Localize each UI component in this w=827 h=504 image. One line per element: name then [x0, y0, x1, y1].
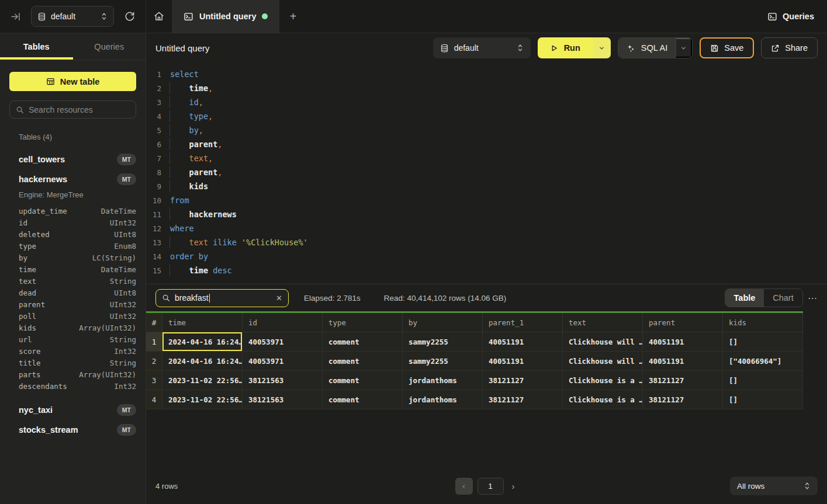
query-database-selector[interactable]: default — [433, 37, 531, 58]
sidebar-search[interactable] — [9, 100, 136, 119]
table-cell[interactable]: comment — [323, 371, 403, 390]
sidebar-tab-tables[interactable]: Tables — [0, 33, 73, 60]
engine-badge: MT — [117, 424, 136, 436]
sql-ai-button[interactable]: SQL AI — [618, 38, 676, 58]
table-cell[interactable]: comment — [323, 390, 403, 409]
table-cell[interactable]: 40051191 — [643, 332, 723, 352]
column-row: timeDateTime — [19, 263, 136, 275]
refresh-icon — [124, 11, 135, 22]
code-line-text: time desc — [169, 266, 232, 275]
save-button[interactable]: Save — [700, 37, 754, 58]
view-toggle-chart[interactable]: Chart — [764, 289, 802, 307]
chevron-down-icon — [680, 45, 687, 51]
code-line: 9 kids — [146, 179, 827, 193]
sql-editor[interactable]: 1select2 time,3 id,4 type,5 by,6 parent,… — [146, 62, 827, 284]
results-search[interactable]: breakfast ✕ — [155, 289, 289, 307]
engine-badge: MT — [117, 154, 136, 165]
topbar-database-value: default — [51, 12, 96, 21]
table-cell[interactable]: 2024-04-16 16:24… — [162, 332, 243, 352]
collapse-sidebar-button[interactable] — [8, 9, 23, 24]
new-tab-button[interactable]: + — [279, 0, 306, 33]
table-cell[interactable]: 38121563 — [243, 371, 323, 390]
code-line-text: hackernews — [169, 210, 237, 219]
more-options-button[interactable]: ⋯ — [808, 293, 818, 304]
table-cell[interactable]: Clickhouse will … — [563, 332, 643, 352]
table-cell[interactable]: 38121127 — [483, 390, 563, 409]
code-line-text: type, — [169, 112, 213, 121]
table-cell[interactable]: Clickhouse will … — [563, 352, 643, 371]
home-icon — [154, 11, 164, 22]
table-cell[interactable]: 40053971 — [243, 352, 323, 371]
database-icon — [37, 12, 46, 21]
code-line-text: kids — [169, 182, 208, 191]
run-label: Run — [564, 43, 580, 53]
results-toolbar: breakfast ✕ Elapsed: 2.781s Read: 40,414… — [146, 284, 827, 311]
column-name: descendants — [19, 382, 67, 391]
line-number: 1 — [146, 70, 161, 79]
table-cell[interactable]: 40051191 — [483, 332, 563, 352]
column-row: textString — [19, 275, 136, 287]
table-cell[interactable]: 38121563 — [243, 390, 323, 409]
engine-label: Engine: MergeTree — [9, 189, 136, 205]
tab-untitled-query[interactable]: Untitled query — [172, 0, 279, 33]
current-page[interactable]: 1 — [477, 478, 504, 495]
queries-button-label: Queries — [783, 12, 814, 21]
row-number-cell: 2 — [146, 352, 162, 371]
sql-ai-options-button[interactable] — [676, 38, 692, 58]
table-item-stocks-stream[interactable]: stocks_stream MT — [9, 420, 136, 440]
topbar-database-selector[interactable]: default — [31, 6, 114, 27]
view-toggle-table[interactable]: Table — [725, 289, 764, 307]
table-cell[interactable]: 2024-04-16 16:24… — [162, 352, 243, 371]
table-item-hackernews[interactable]: hackernews MT — [9, 169, 136, 189]
top-bar: default Untitled query + — [0, 0, 827, 33]
next-page-button[interactable]: › — [508, 481, 518, 491]
run-options-button[interactable] — [593, 37, 611, 58]
code-line: 3 id, — [146, 95, 827, 109]
table-cell[interactable]: 2023-11-02 22:56… — [162, 371, 243, 390]
column-row: partsArray(UInt32) — [19, 369, 136, 380]
prev-page-button[interactable]: ‹ — [455, 478, 473, 495]
results-footer: 4 rows ‹ 1 › All rows — [146, 468, 827, 504]
table-cell[interactable]: 40053971 — [243, 332, 323, 352]
code-line: 11 hackernews — [146, 207, 827, 221]
table-cell[interactable]: 40051191 — [643, 352, 723, 371]
table-cell[interactable]: 38121127 — [643, 371, 723, 390]
table-cell[interactable]: [] — [723, 390, 803, 409]
sidebar-tab-queries[interactable]: Queries — [73, 33, 146, 60]
clear-search-button[interactable]: ✕ — [276, 294, 282, 303]
column-name: by — [19, 253, 27, 262]
sidebar-search-input[interactable] — [29, 105, 130, 114]
table-item-cell-towers[interactable]: cell_towers MT — [9, 150, 136, 169]
unsaved-changes-dot — [262, 13, 268, 19]
rows-per-page-selector[interactable]: All rows — [730, 477, 818, 495]
queries-button[interactable]: Queries — [767, 12, 814, 22]
share-button[interactable]: Share — [761, 37, 818, 58]
table-cell[interactable]: 2023-11-02 22:56… — [162, 390, 243, 409]
text-caret — [209, 294, 210, 303]
table-cell[interactable]: sammy2255 — [403, 332, 483, 352]
table-cell[interactable]: [] — [723, 371, 803, 390]
table-cell[interactable]: [] — [723, 332, 803, 352]
new-table-button[interactable]: New table — [9, 72, 136, 91]
column-header-by: by — [403, 313, 483, 332]
table-cell[interactable]: ["40066964"] — [723, 352, 803, 371]
home-button[interactable] — [146, 0, 172, 33]
table-cell[interactable]: 40051191 — [483, 352, 563, 371]
table-item-nyc-taxi[interactable]: nyc_taxi MT — [9, 400, 136, 420]
main-panel: Untitled query default Run — [146, 33, 827, 504]
table-cell[interactable]: sammy2255 — [403, 352, 483, 371]
line-number: 12 — [146, 224, 161, 233]
table-cell[interactable]: 38121127 — [643, 390, 723, 409]
column-name: time — [19, 265, 36, 274]
table-cell[interactable]: Clickhouse is a … — [563, 390, 643, 409]
table-cell[interactable]: jordanthoms — [403, 371, 483, 390]
column-name: parts — [19, 370, 41, 379]
table-cell[interactable]: jordanthoms — [403, 390, 483, 409]
table-cell[interactable]: 38121127 — [483, 371, 563, 390]
table-cell[interactable]: comment — [323, 332, 403, 352]
table-cell[interactable]: Clickhouse is a … — [563, 371, 643, 390]
table-grid-icon — [46, 77, 55, 86]
run-button[interactable]: Run — [538, 37, 593, 58]
table-cell[interactable]: comment — [323, 352, 403, 371]
refresh-button[interactable] — [122, 9, 137, 24]
